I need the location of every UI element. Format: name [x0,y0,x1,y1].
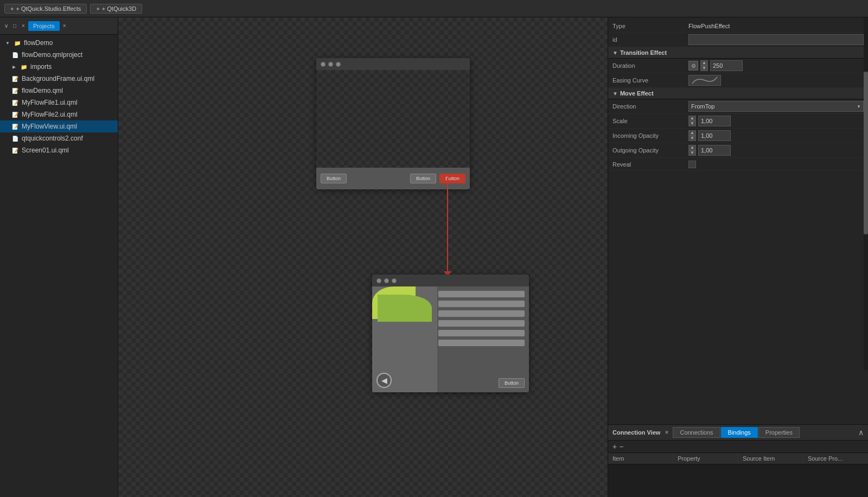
direction-value: FromTop ▼ [688,101,864,112]
file-icon-qtquick: 📄 [11,134,20,143]
scale-spinner[interactable]: ▲ ▼ [688,116,696,126]
projects-tab-close[interactable]: × [61,22,68,30]
connection-view-chevron[interactable]: ∧ [858,428,864,437]
tree-item-screen01[interactable]: 📝 Screen01.ui.qml [0,144,118,156]
imports-arrow: ▶ [11,63,17,70]
transition-effect-section[interactable]: ▼ Transition Effect [608,47,868,59]
flow-screen-1[interactable]: Button Button Button [316,58,470,189]
flow-connector [447,177,448,272]
properties-panel: Type FlowPushEffect id ▼ Transition Effe… [608,17,868,424]
incoming-down[interactable]: ▼ [688,136,696,141]
qtquick-effects-btn[interactable]: + + QtQuick.Studio.Effects [4,4,87,14]
reveal-checkbox[interactable] [688,161,696,168]
tree-item-qmlproject[interactable]: 📄 flowDemo.qmlproject [0,49,118,61]
outgoing-down[interactable]: ▼ [688,150,696,156]
list-bar-1 [438,291,525,297]
expand-arrow: ▼ [4,40,11,46]
projects-tab[interactable]: Projects [28,21,60,31]
connections-tab[interactable]: Connections [673,427,720,438]
outgoing-opacity-label: Outgoing Opacity [612,147,688,154]
tree-item-myflowfile2[interactable]: 📝 MyFlowFile2.ui.qml [0,109,118,120]
outgoing-up[interactable]: ▲ [688,145,696,150]
plus-icon-2: + [96,5,99,12]
properties-tab[interactable]: Properties [758,427,800,438]
qml-icon-flowview: 📝 [11,122,20,131]
easing-curve-btn[interactable] [688,75,721,86]
flow-screen-2[interactable]: ◀ Button [372,275,529,392]
type-value: FlowPushEffect [688,23,864,29]
outgoing-spinner[interactable]: ▲ ▼ [688,145,696,156]
outgoing-input[interactable] [698,145,731,156]
screen2-ok-button[interactable]: Button [499,378,525,388]
duration-value: ⚙ ▲ ▼ [688,60,864,71]
scale-down[interactable]: ▼ [688,121,696,126]
tree-item-imports[interactable]: ▶ 📁 imports [0,61,118,73]
left-sidebar: ∨ □ × Projects × ▼ 📁 flowDemo 📄 flowDemo… [0,17,118,497]
sidebar-pin-btn[interactable]: □ [11,22,18,30]
duration-row: Duration ⚙ ▲ ▼ [608,59,868,73]
connection-remove-btn[interactable]: − [619,442,623,451]
connection-add-btn[interactable]: + [612,442,617,451]
file-label-qmlproject: flowDemo.qmlproject [22,51,82,59]
duration-up[interactable]: ▲ [700,60,708,66]
duration-down[interactable]: ▼ [700,66,708,71]
tree-item-myflowfile1[interactable]: 📝 MyFlowFile1.ui.qml [0,97,118,109]
scale-input[interactable] [698,116,731,126]
direction-dropdown[interactable]: FromTop ▼ [688,101,864,112]
screen2-dot2 [384,278,389,283]
folder-icon: 📁 [13,39,22,47]
qtquickcontrols-label: qtquickcontrols2.conf [22,135,83,142]
qtquick3d-label: + QtQuick3D [102,5,136,12]
col-source-item: Source Item [738,453,803,464]
move-effect-section[interactable]: ▼ Move Effect [608,88,868,99]
qtquick3d-btn[interactable]: + + QtQuick3D [90,4,142,14]
scale-row: Scale ▲ ▼ [608,114,868,129]
tree-item-flowdemo[interactable]: 📝 flowDemo.qml [0,85,118,97]
tree-item-myflowview[interactable]: 📝 MyFlowView.ui.qml [0,120,118,132]
qml-icon-screen01: 📝 [11,146,20,155]
scale-up[interactable]: ▲ [688,116,696,121]
move-effect-arrow: ▼ [612,91,618,97]
dropdown-arrow-icon: ▼ [857,104,861,109]
sidebar-collapse-btn[interactable]: ∨ [2,22,10,30]
incoming-spinner[interactable]: ▲ ▼ [688,130,696,141]
screen1-btn3[interactable]: Button [439,174,465,183]
tree-item-qtquickcontrols[interactable]: 📄 qtquickcontrols2.conf [0,132,118,144]
id-label: id [612,36,688,43]
duration-input[interactable] [710,60,743,71]
qtquick-effects-label: + QtQuick.Studio.Effects [16,5,81,12]
qml-icon-flowdemo: 📝 [11,86,20,95]
tree-item-backgroundframe[interactable]: 📝 BackgroundFrame.ui.qml [0,73,118,85]
direction-label: Direction [612,103,688,110]
connection-view-close[interactable]: × [665,429,668,436]
duration-gear-btn[interactable]: ⚙ [688,61,698,71]
bindings-tab[interactable]: Bindings [721,427,758,438]
screen2-back-btn[interactable]: ◀ [376,373,392,388]
screen1-btn1[interactable]: Button [321,174,347,183]
incoming-input[interactable] [698,130,731,141]
tree-root-folder[interactable]: ▼ 📁 flowDemo [0,37,118,49]
scrollbar-thumb[interactable] [864,72,868,234]
design-canvas[interactable]: Button Button Button [118,17,608,497]
connections-tab-label: Connections [680,429,713,436]
scale-label: Scale [612,118,688,124]
duration-spinner[interactable]: ▲ ▼ [700,60,708,71]
screen2-right-panel [438,291,525,346]
connection-view-title: Connection View [612,429,660,436]
id-row: id [608,33,868,47]
reveal-value [688,161,864,168]
direction-row: Direction FromTop ▼ [608,99,868,114]
right-scrollbar[interactable] [864,17,868,370]
project-tree: ▼ 📁 flowDemo 📄 flowDemo.qmlproject ▶ 📁 i… [0,35,118,497]
connection-table-body [608,464,868,497]
sidebar-tab-bar: ∨ □ × Projects × [0,17,118,35]
sidebar-close-btn[interactable]: × [20,22,27,30]
screen1-dot3 [336,62,341,67]
connection-view-header: Connection View × Connections Bindings P… [608,425,868,441]
duration-label: Duration [612,62,688,69]
connection-toolbar: + − [608,441,868,453]
screen1-btn2[interactable]: Button [410,174,436,183]
connection-table-header: Item Property Source Item Source Pro... [608,453,868,464]
id-input[interactable] [688,34,864,45]
incoming-up[interactable]: ▲ [688,130,696,136]
